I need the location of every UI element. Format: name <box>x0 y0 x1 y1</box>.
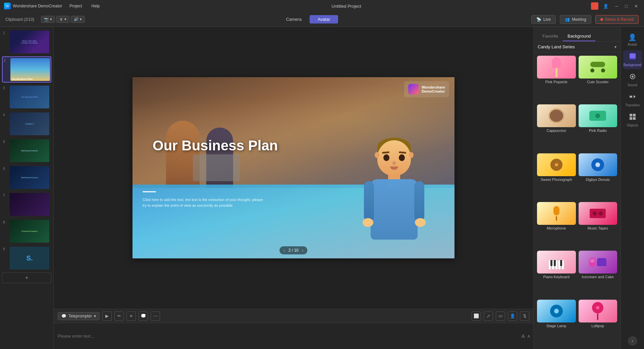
avatar-eyebrow-left <box>382 151 389 154</box>
mic-head <box>553 206 559 215</box>
slide-item[interactable]: 6 Marketing Analysis <box>2 165 51 190</box>
layout-btn[interactable]: ▭ <box>496 311 505 321</box>
person-btn[interactable]: 👤 <box>508 311 517 321</box>
svg-rect-9 <box>633 117 636 120</box>
close-button[interactable]: ✕ <box>632 3 640 9</box>
svg-rect-6 <box>630 114 632 116</box>
slide-item[interactable]: 1 Share Your Idea,Decide The World <box>2 30 51 54</box>
donut-hole <box>595 162 600 167</box>
menu-help[interactable]: Help <box>90 2 102 10</box>
scooter-wheel-r <box>601 68 605 72</box>
bg-pink-popsicle[interactable]: Pink Popsicle <box>537 56 576 102</box>
scooter-body <box>590 62 605 67</box>
live-btn[interactable]: 📡 Live <box>531 15 556 24</box>
sound-panel-btn[interactable]: Sound <box>623 70 642 89</box>
bg-stage-lamp[interactable]: Stage Lamp <box>537 300 576 346</box>
avatar-figure <box>361 138 428 258</box>
lollipop-stick <box>597 313 598 320</box>
bg-icecream-cake[interactable]: Icecream and Cake <box>579 251 618 297</box>
teleprompter-text-input[interactable] <box>54 331 518 341</box>
avatar-arm-right <box>414 181 424 221</box>
laptop <box>193 154 240 181</box>
slide-item[interactable]: 8 Financial Analysis <box>2 219 51 244</box>
slide-item[interactable]: 3 Our Business Plan <box>2 85 51 109</box>
bg-cute-scooter[interactable]: Cute Scooter <box>579 56 618 102</box>
phonograph-disc <box>550 159 562 171</box>
menu-bar: Project Help <box>67 2 102 10</box>
avatar-head <box>377 140 411 176</box>
tab-background[interactable]: Background <box>563 32 595 41</box>
teleprompter-bubble-btn[interactable]: 💭 <box>139 311 148 321</box>
camera-mode-btn[interactable]: Camera <box>278 15 310 23</box>
record-dot <box>600 18 603 21</box>
font-increase-btn[interactable]: A <box>522 333 525 339</box>
svg-rect-1 <box>630 58 636 59</box>
bg-music-tapes[interactable]: Music Tapes <box>579 202 618 248</box>
teleprompter-more-btn[interactable]: ⋯ <box>151 311 160 321</box>
panel-scroll-btn[interactable]: › <box>628 336 637 346</box>
share-btn[interactable]: ⇅ <box>520 311 529 321</box>
bg-microphone[interactable]: Microphone <box>537 202 576 248</box>
title-bar-right: 👤 ─ □ ✕ <box>591 2 640 10</box>
slide-divider <box>143 191 156 192</box>
slide-item[interactable]: 7 <box>2 192 51 217</box>
teleprompter-play-btn[interactable]: ▶ <box>102 311 112 321</box>
bg-label-stage-lamp: Stage Lamp <box>537 322 576 329</box>
series-dropdown[interactable]: ▾ <box>614 45 616 49</box>
maximize-button[interactable]: □ <box>623 3 630 9</box>
bg-label-cappuccino: Cappuccino <box>537 127 576 134</box>
bg-piano-keyboard[interactable]: Piano Keyboard <box>537 251 576 297</box>
svg-rect-0 <box>630 53 636 58</box>
right-panel: Favorite Background Candy Land Series ▾ … <box>533 27 621 349</box>
teleprompter-arrow: ▾ <box>94 314 96 318</box>
scooter-wheel-l <box>590 68 594 72</box>
slide-item[interactable]: 2 Our Business Plan <box>2 56 51 83</box>
font-decrease-btn[interactable]: A <box>528 334 530 338</box>
user-icon[interactable]: 👤 <box>601 3 610 9</box>
canvas-area: Wondershare DemoCreator Our Business Pla… <box>54 27 533 349</box>
main-content: 1 Share Your Idea,Decide The World 2 Our… <box>0 27 644 349</box>
slide-item[interactable]: 5 Marketing Analysis <box>2 138 51 163</box>
tape-reel-r <box>599 211 603 215</box>
meeting-btn[interactable]: 👥 Meeting <box>560 15 591 24</box>
transition-panel-btn[interactable]: Transition <box>623 91 642 109</box>
transition-icon <box>629 93 636 102</box>
demo-record-btn[interactable]: Demo & Record <box>595 15 639 24</box>
lamp-light <box>554 309 559 313</box>
avatar-mode-btn[interactable]: Avatar <box>310 15 338 23</box>
avatar-ear-left <box>375 152 379 158</box>
add-slide-button[interactable]: + <box>2 272 51 283</box>
avatar-panel-btn[interactable]: 👤 Avatar <box>623 30 642 49</box>
tab-favorite[interactable]: Favorite <box>538 32 563 41</box>
teleprompter-pen-btn[interactable]: ✏ <box>114 311 124 321</box>
speaker-btn[interactable]: 🔊 ▾ <box>71 16 85 23</box>
bg-digbys-donuts[interactable]: Digbys Donuts <box>579 153 618 199</box>
scoop-top <box>590 259 595 263</box>
teleprompter-align-btn[interactable]: ≡ <box>126 311 136 321</box>
camera-btn[interactable]: 📷 ▾ <box>41 16 55 23</box>
objects-panel-btn[interactable]: Objects <box>623 111 642 130</box>
teleprompter-dropdown[interactable]: 💬 Teleprompter ▾ <box>58 312 100 320</box>
bg-thumb-pink-popsicle <box>537 56 576 79</box>
piano-black-key-2 <box>554 260 556 266</box>
next-page-btn[interactable]: › <box>302 248 304 253</box>
objects-panel-label: Objects <box>627 123 638 127</box>
slide-item[interactable]: 4 Chapter II <box>2 111 51 136</box>
bg-thumb-pink-radio <box>579 104 618 127</box>
minimize-button[interactable]: ─ <box>613 3 620 9</box>
prev-page-btn[interactable]: ‹ <box>283 248 285 253</box>
microphone-btn[interactable]: 🎙 ▾ <box>56 16 69 23</box>
background-panel-btn[interactable]: Background <box>623 50 642 69</box>
mic-dropdown-arrow: ▾ <box>64 17 66 21</box>
bg-lollipop[interactable]: Lollipop <box>579 300 618 346</box>
screen-btn[interactable]: ⬜ <box>472 311 481 321</box>
fullscreen-btn[interactable]: ⤢ <box>484 311 493 321</box>
bg-pink-radio[interactable]: Pink Radio <box>579 104 618 150</box>
canvas-viewport: Wondershare DemoCreator Our Business Pla… <box>54 27 533 309</box>
slide-item[interactable]: 9 S. <box>2 246 51 270</box>
menu-project[interactable]: Project <box>67 2 84 10</box>
meeting-icon: 👥 <box>565 17 570 22</box>
mode-switcher: Camera Avatar <box>278 15 338 23</box>
bg-sweet-phonograph[interactable]: Sweet Phonograph <box>537 153 576 199</box>
bg-cappuccino[interactable]: Cappuccino <box>537 104 576 150</box>
